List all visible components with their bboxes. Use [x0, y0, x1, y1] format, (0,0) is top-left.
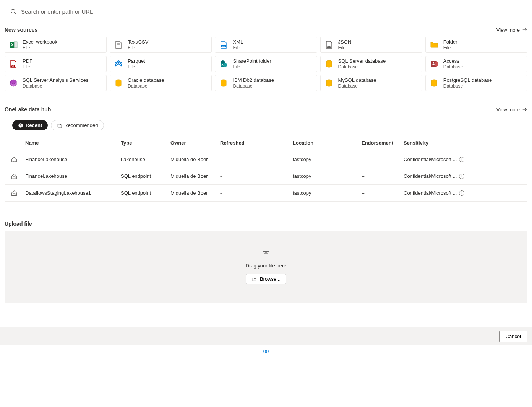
svg-rect-4 — [14, 42, 17, 48]
search-bar[interactable] — [5, 5, 527, 18]
svg-rect-28 — [58, 125, 62, 128]
source-subtitle: Database — [128, 83, 164, 89]
source-subtitle: Database — [338, 64, 386, 70]
cell-sensitivity: Confidential\Microsoft ...i — [402, 173, 478, 179]
source-title: XML — [233, 39, 243, 45]
folder-icon — [430, 40, 439, 49]
source-card-parquet[interactable]: ParquetFile — [110, 56, 212, 72]
onelake-view-more[interactable]: View more — [496, 107, 527, 112]
ssas-icon — [9, 78, 18, 88]
folder-icon — [251, 277, 257, 282]
source-card-xml[interactable]: </>XMLFile — [215, 37, 317, 53]
source-card-mysql-database[interactable]: MySQL databaseDatabase — [320, 75, 422, 91]
tab-recommended[interactable]: Recommended — [51, 120, 104, 130]
source-card-ibm-db2-database[interactable]: IBM Db2 databaseDatabase — [215, 75, 317, 91]
upload-dropzone[interactable]: Drag your file here Browse... — [5, 231, 527, 303]
cell-name: FinanceLakehouse — [24, 173, 119, 179]
source-subtitle: File — [338, 45, 352, 50]
view-more-label: View more — [496, 27, 520, 33]
source-title: SQL Server Analysis Services — [23, 77, 88, 83]
th-owner[interactable]: Owner — [169, 140, 219, 146]
cell-type: Lakehouse — [119, 156, 169, 162]
source-card-oracle-database[interactable]: Oracle databaseDatabase — [110, 75, 212, 91]
onelake-title: OneLake data hub — [5, 106, 51, 112]
source-card-postgresql-database[interactable]: PostgreSQL databaseDatabase — [425, 75, 527, 91]
new-sources-view-more[interactable]: View more — [496, 27, 527, 33]
table-row[interactable]: FinanceLakehouseLakehouseMiquella de Boe… — [5, 151, 527, 168]
th-name[interactable]: Name — [24, 140, 119, 146]
source-title: IBM Db2 database — [233, 77, 274, 83]
th-refreshed[interactable]: Refreshed — [219, 140, 291, 146]
upload-title: Upload file — [5, 221, 32, 227]
source-title: Folder — [443, 39, 457, 45]
source-title: Access — [443, 58, 463, 64]
row-icon — [5, 173, 24, 180]
th-sensitivity[interactable]: Sensitivity — [402, 140, 478, 146]
svg-text:JSON: JSON — [327, 46, 331, 48]
cell-owner: Miquella de Boer — [169, 156, 219, 162]
cell-location: fastcopy — [291, 173, 360, 179]
row-icon — [5, 190, 24, 197]
footer-bar: Cancel — [0, 327, 532, 345]
tab-recommended-label: Recommended — [64, 122, 98, 128]
source-card-sharepoint-folder[interactable]: SSharePoint folderFile — [215, 56, 317, 72]
svg-rect-30 — [13, 193, 15, 195]
cell-name: DataflowsStagingLakehouse1 — [24, 190, 119, 196]
svg-rect-29 — [13, 176, 15, 178]
source-card-sql-server-database[interactable]: SQL Server databaseDatabase — [320, 56, 422, 72]
cell-refreshed: – — [219, 156, 291, 162]
search-icon — [9, 7, 18, 16]
source-subtitle: Database — [443, 64, 463, 70]
source-subtitle: Database — [233, 83, 274, 89]
svg-text:</>: </> — [222, 45, 225, 47]
cell-endorsement: – — [360, 173, 402, 179]
cell-owner: Miquella de Boer — [169, 173, 219, 179]
source-card-folder[interactable]: FolderFile — [425, 37, 527, 53]
svg-text:PDF: PDF — [11, 65, 15, 67]
source-subtitle: File — [23, 64, 32, 70]
source-card-sql-server-analysis-services[interactable]: SQL Server Analysis ServicesDatabase — [5, 75, 107, 91]
source-card-json[interactable]: JSONJSONFile — [320, 37, 422, 53]
source-card-text-csv[interactable]: Text/CSVFile — [110, 37, 212, 53]
tab-recent-label: Recent — [26, 122, 42, 128]
browse-label: Browse... — [260, 276, 281, 282]
search-input[interactable] — [21, 8, 523, 15]
svg-text:X: X — [11, 43, 14, 47]
cell-refreshed: - — [219, 190, 291, 196]
source-subtitle: File — [128, 45, 148, 50]
table-row[interactable]: DataflowsStagingLakehouse1SQL endpointMi… — [5, 185, 527, 202]
tab-recent[interactable]: Recent — [12, 120, 48, 130]
source-title: Parquet — [128, 58, 145, 64]
pdf-icon: PDF — [9, 59, 18, 68]
text-icon — [114, 40, 123, 49]
row-icon — [5, 156, 24, 163]
table-row[interactable]: FinanceLakehouseSQL endpointMiquella de … — [5, 168, 527, 185]
source-card-access[interactable]: AAccessDatabase — [425, 56, 527, 72]
source-title: JSON — [338, 39, 352, 45]
source-title: PDF — [23, 58, 32, 64]
cell-name: FinanceLakehouse — [24, 156, 119, 162]
info-icon[interactable]: i — [459, 157, 464, 162]
cell-endorsement: – — [360, 156, 402, 162]
source-subtitle: File — [23, 45, 57, 50]
cancel-button[interactable]: Cancel — [499, 331, 527, 342]
source-title: SharePoint folder — [233, 58, 271, 64]
info-icon[interactable]: i — [459, 174, 464, 179]
info-icon[interactable]: i — [459, 190, 464, 196]
browse-button[interactable]: Browse... — [246, 274, 286, 284]
cell-endorsement: – — [360, 190, 402, 196]
bottom-number: 00 — [0, 345, 532, 357]
th-location[interactable]: Location — [291, 140, 360, 146]
source-card-excel-workbook[interactable]: XExcel workbookFile — [5, 37, 107, 53]
svg-point-0 — [11, 9, 15, 13]
upload-icon — [262, 250, 270, 257]
svg-text:S: S — [222, 63, 224, 67]
source-card-pdf[interactable]: PDFPDFFile — [5, 56, 107, 72]
db-orange-icon — [114, 78, 123, 88]
th-endorsement[interactable]: Endorsement — [360, 140, 402, 146]
th-type[interactable]: Type — [119, 140, 169, 146]
xml-icon: </> — [219, 40, 228, 49]
cell-sensitivity: Confidential\Microsoft ...i — [402, 190, 478, 196]
source-subtitle: File — [443, 45, 457, 50]
view-more-label: View more — [496, 107, 520, 112]
